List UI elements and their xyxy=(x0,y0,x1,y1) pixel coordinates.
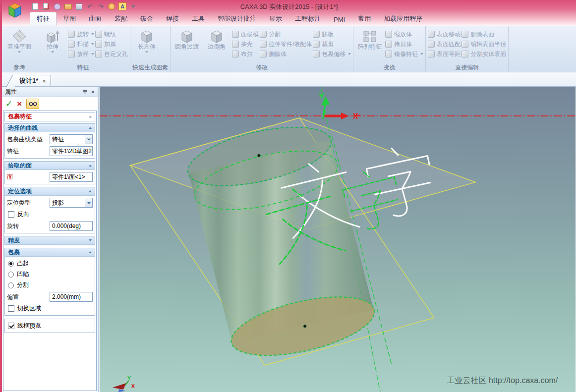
tab-pmi[interactable]: PMI xyxy=(327,14,351,26)
button-datum-plane[interactable]: 基准平面 xyxy=(5,28,34,53)
wrap-feature-dropdown[interactable]: 包裹特征 xyxy=(4,112,95,121)
viewport-3d[interactable]: X Y xyxy=(99,87,576,392)
tab-surface[interactable]: 曲面 xyxy=(82,12,108,26)
button-face-move[interactable]: 表面移动 xyxy=(428,30,461,38)
ribbon: 基准平面 参考 拉伸 旋转 扫描 放样 螺纹 加厚 自定义孔 xyxy=(2,26,576,72)
button-scale-body[interactable]: 缩放体 xyxy=(385,30,423,38)
button-fillet[interactable]: 圆角过渡 xyxy=(173,28,201,50)
save-icon[interactable] xyxy=(74,2,83,11)
tab-welding[interactable]: 焊接 xyxy=(160,12,185,26)
pin-icon[interactable] xyxy=(83,89,87,95)
redo-icon[interactable]: ↷ xyxy=(96,2,105,11)
expand-arrow-icon xyxy=(89,239,92,241)
wireframe-preview-checkbox-box[interactable] xyxy=(8,323,14,329)
text-tool-icon[interactable]: A xyxy=(118,2,127,11)
field-feature[interactable]: 零件1\2D草图2 xyxy=(50,146,93,156)
viewport-canvas[interactable]: X Y xyxy=(99,87,576,392)
section-selected-curves: 选择的曲线 包裹曲线类型 特征 特征 零件1\2D草图2 xyxy=(4,123,95,159)
button-delete-body[interactable]: 删除体 xyxy=(260,50,312,58)
field-face[interactable]: 零件1\面<1> xyxy=(50,172,93,182)
button-copy-body[interactable]: 拷贝体 xyxy=(385,40,423,48)
tab-common[interactable]: 常用 xyxy=(351,12,377,26)
section-picked-face-header[interactable]: 拾取的面 xyxy=(5,162,95,170)
chevron-down-icon[interactable] xyxy=(85,135,92,144)
button-stretch-part[interactable]: 拉伸零件/装配体 xyxy=(260,40,312,48)
section-selected-curves-header[interactable]: 选择的曲线 xyxy=(5,124,95,132)
tab-tools[interactable]: 工具 xyxy=(185,12,211,26)
button-face-draft[interactable]: 面拔模 xyxy=(232,30,259,38)
tab-features[interactable]: 特征 xyxy=(30,12,57,26)
button-thicken[interactable]: 加厚 xyxy=(95,40,128,48)
button-shell[interactable]: 抽壳 xyxy=(232,40,259,48)
field-position-type[interactable]: 投影 xyxy=(50,198,93,208)
checkbox-wireframe-preview[interactable]: 线框预览 xyxy=(8,322,92,330)
undo-icon[interactable]: ↶ xyxy=(85,2,94,11)
ribbon-group-primitives: 长方体 快速生成图素 xyxy=(130,26,171,72)
field-offset[interactable]: 2.000(mm) xyxy=(50,292,93,302)
ribbon-group-transform: 阵列特征 缩放体 拷贝体 镜像特征 变换 xyxy=(353,26,426,72)
button-trim[interactable]: 裁剪 xyxy=(313,40,351,48)
qat-more-icon[interactable] xyxy=(129,2,138,11)
button-edit-face-radius[interactable]: 编辑表面半径 xyxy=(461,40,506,48)
section-wrap-header[interactable]: 包裹 xyxy=(5,248,95,257)
button-wrap-offset[interactable]: 包裹偏移 xyxy=(313,50,351,58)
document-tab[interactable]: 设计1* × xyxy=(14,75,51,86)
app-logo-icon[interactable] xyxy=(6,1,24,19)
button-box[interactable]: 长方体 xyxy=(132,28,161,53)
panel-close-icon[interactable]: × xyxy=(91,89,95,95)
tab-assembly[interactable]: 装配 xyxy=(108,12,134,26)
button-thread[interactable]: 螺纹 xyxy=(95,30,128,38)
deboss-radio-circle[interactable] xyxy=(8,272,14,278)
chevron-down-icon[interactable] xyxy=(85,198,92,207)
tab-display[interactable]: 显示 xyxy=(263,12,288,26)
section-position-options-header[interactable]: 定位选项 xyxy=(5,187,95,196)
link-icon[interactable] xyxy=(53,2,61,11)
split-solid-face-icon xyxy=(461,51,468,57)
tab-engineering-annotation[interactable]: 工程标注 xyxy=(288,12,327,26)
split-radio-circle[interactable] xyxy=(8,282,14,288)
tab-addins[interactable]: 加载应用程序 xyxy=(377,12,429,26)
button-pattern-feature[interactable]: 阵列特征 xyxy=(355,28,384,50)
button-loft[interactable]: 放样 xyxy=(68,50,94,58)
emboss-radio-circle[interactable] xyxy=(8,261,14,267)
section-precision-header[interactable]: 精度 xyxy=(5,236,95,245)
top-center-point[interactable] xyxy=(257,154,260,157)
tab-smart-annotation[interactable]: 智能设计批注 xyxy=(211,12,263,26)
checkbox-reverse[interactable]: 反向 xyxy=(8,210,92,219)
reverse-checkbox-box[interactable] xyxy=(8,211,14,218)
checkbox-switch-region[interactable]: 切换区域 xyxy=(8,304,92,313)
update-icon[interactable] xyxy=(107,2,116,11)
button-split[interactable]: 分割 xyxy=(260,30,312,38)
new-file-icon[interactable] xyxy=(31,2,40,11)
radio-split[interactable]: 分割 xyxy=(8,281,92,289)
switch-region-checkbox-box[interactable] xyxy=(8,305,14,312)
cancel-button[interactable]: × xyxy=(17,99,22,109)
button-rib[interactable]: 筋板 xyxy=(313,30,351,38)
import-file-icon[interactable] xyxy=(42,2,51,11)
stretch-part-icon xyxy=(260,41,267,48)
button-split-solid-face[interactable]: 分割实体表面 xyxy=(461,50,506,58)
button-custom-hole[interactable]: 自定义孔 xyxy=(95,50,128,58)
open-folder-icon[interactable] xyxy=(63,2,72,11)
button-sweep[interactable]: 扫描 xyxy=(68,40,94,48)
bottom-center-point[interactable] xyxy=(303,325,306,328)
button-chamfer[interactable]: 边倒角 xyxy=(202,28,231,50)
section-precision: 精度 xyxy=(4,236,95,245)
button-extrude[interactable]: 拉伸 xyxy=(38,28,67,53)
button-face-offset[interactable]: 表面等距 xyxy=(428,50,461,58)
button-delete-face[interactable]: 删除表面 xyxy=(461,30,506,38)
tab-sheet-metal[interactable]: 钣金 xyxy=(134,12,160,26)
button-face-match[interactable]: 表面匹配 xyxy=(428,40,461,48)
document-tab-close-icon[interactable]: × xyxy=(42,77,46,85)
button-boolean[interactable]: 布尔 xyxy=(232,50,259,58)
tab-sketch[interactable]: 草图 xyxy=(57,12,82,26)
button-revolve[interactable]: 旋转 xyxy=(68,30,94,38)
field-rotation[interactable]: 0.000(deg) xyxy=(50,221,93,231)
radio-emboss[interactable]: 凸起 xyxy=(8,259,92,268)
preview-toggle-button[interactable] xyxy=(26,99,39,109)
field-wrap-curve-type[interactable]: 特征 xyxy=(50,134,93,144)
section-wrap: 包裹 凸起 凹陷 分割 偏置 xyxy=(4,248,95,316)
button-mirror-feature[interactable]: 镜像特征 xyxy=(385,50,423,58)
confirm-button[interactable]: ✓ xyxy=(5,99,12,109)
radio-deboss[interactable]: 凹陷 xyxy=(8,270,92,279)
